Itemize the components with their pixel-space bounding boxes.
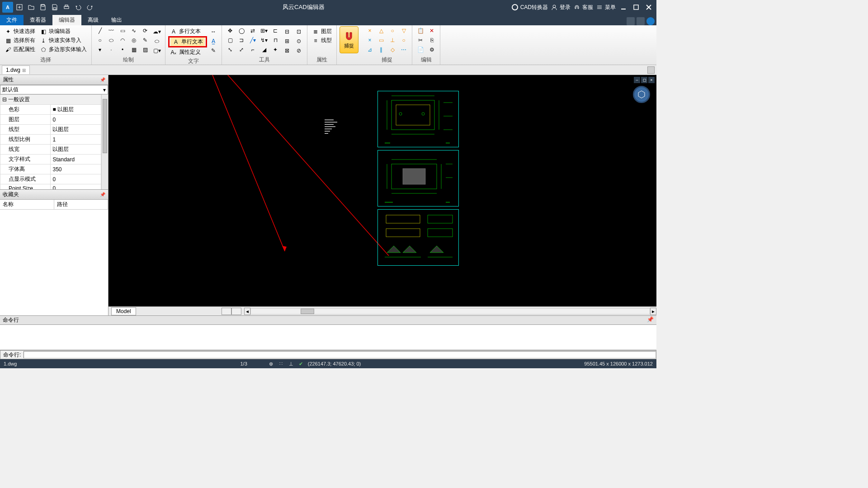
pin-icon[interactable]: 📌 (647, 316, 654, 324)
scale-icon[interactable]: ⤡ (225, 45, 236, 54)
point-icon[interactable]: · (106, 45, 117, 54)
new-icon[interactable] (14, 1, 25, 13)
undo-icon[interactable] (72, 1, 84, 13)
quick-select-button[interactable]: ✦快速选择 (3, 27, 37, 36)
fav-col-name[interactable]: 名称 (0, 200, 54, 209)
ribbon-opt1-icon[interactable] (627, 17, 635, 25)
sb-icon3[interactable]: ⊥ (288, 361, 294, 367)
snap-perp-icon[interactable]: ⊥ (387, 36, 398, 45)
tab-output[interactable]: 输出 (105, 15, 128, 25)
copy2-icon[interactable]: ⎘ (426, 36, 437, 45)
snap-tan-icon[interactable]: ○ (398, 36, 409, 45)
close-button[interactable] (644, 2, 654, 12)
snap-par-icon[interactable]: ∥ (376, 45, 387, 54)
vp-max-icon[interactable]: ◻ (641, 77, 647, 83)
prop-row[interactable]: 图层0 (0, 115, 101, 125)
pencil-icon[interactable]: ✎ (140, 36, 151, 45)
snap-quad-icon[interactable]: × (364, 36, 375, 45)
join-icon[interactable]: ⊓ (270, 36, 281, 45)
array-icon[interactable]: ⊞▾ (259, 26, 269, 35)
scroll-thumb[interactable] (103, 99, 107, 153)
move-icon[interactable]: ✥ (225, 26, 236, 35)
file-tab[interactable]: 1.dwg⊠ (2, 66, 30, 74)
vp-close-icon[interactable]: × (648, 77, 655, 83)
explode-icon[interactable]: ✦ (270, 45, 281, 54)
tab-dropdown-icon[interactable] (647, 66, 655, 74)
h-scrollbar[interactable]: ◂ ▸ (244, 308, 656, 315)
chamfer-icon[interactable]: ◢ (259, 45, 269, 54)
ellipse2-icon[interactable]: ⬭ (151, 37, 162, 46)
group-icon[interactable]: ⊞ (282, 37, 292, 46)
circ-icon[interactable]: ◯ (236, 26, 247, 35)
polygon-entity-input-button[interactable]: ⬠多边形实体输入 (38, 45, 89, 54)
cloud-icon[interactable]: ☁▾ (151, 27, 162, 36)
snap-end-icon[interactable]: × (364, 26, 375, 35)
layout-scroll[interactable] (222, 308, 241, 315)
fillet-icon[interactable]: ⌐ (247, 45, 258, 54)
props-default-combo[interactable]: 默认值▾ (0, 85, 108, 94)
fav-col-path[interactable]: 路径 (54, 200, 108, 209)
props-icon[interactable]: ⚙ (426, 45, 437, 54)
hatch-icon[interactable]: ▨ (140, 45, 151, 54)
open-icon[interactable] (25, 1, 37, 13)
h-scroll-thumb[interactable] (301, 309, 314, 314)
prop-row[interactable]: 线型比例1 (0, 135, 101, 145)
attdef-button[interactable]: Aₓ属性定义 (168, 48, 207, 56)
saveas-icon[interactable] (49, 1, 61, 13)
text-style-icon[interactable]: ↔ (208, 27, 219, 36)
rect-icon[interactable]: ▭ (117, 26, 128, 35)
ellipse-icon[interactable]: ⬭ (106, 36, 117, 45)
snap-toggle-button[interactable]: 捕捉 (340, 26, 359, 53)
dot-icon[interactable]: • (117, 45, 128, 54)
nav-cube-button[interactable] (633, 86, 650, 103)
snap-cen-icon[interactable]: ○ (387, 26, 398, 35)
prop-row[interactable]: 点显示模式0 (0, 174, 101, 184)
arc-icon[interactable]: ◠ (117, 36, 128, 45)
tab-advanced[interactable]: 高级 (81, 15, 105, 25)
copy-icon[interactable]: ▢ (225, 36, 236, 45)
snap-near-icon[interactable]: ⊿ (364, 45, 375, 54)
line-icon[interactable]: ╱ (94, 26, 105, 35)
box-icon[interactable]: ▢▾ (151, 46, 162, 55)
sb-icon4[interactable]: ✔ (298, 361, 304, 367)
dropdown-icon[interactable]: ▾ (94, 45, 105, 54)
ring-icon[interactable]: ◎ (128, 36, 139, 45)
minimize-button[interactable] (618, 2, 628, 12)
section-general[interactable]: 一般设置 (0, 95, 101, 105)
polyline-icon[interactable]: 〰 (106, 26, 117, 35)
print-icon[interactable] (61, 1, 72, 13)
snap-mid-icon[interactable]: △ (376, 26, 387, 35)
stretch-icon[interactable]: ⤢ (236, 45, 247, 54)
menu-button[interactable]: 菜单 (596, 4, 616, 11)
select-all-button[interactable]: ▦选择所有 (3, 36, 37, 45)
layer-button[interactable]: ≣图层 (310, 27, 334, 36)
mtext-button[interactable]: A多行文本 (168, 27, 207, 36)
tab-editor[interactable]: 编辑器 (52, 15, 81, 25)
login-button[interactable]: 登录 (551, 4, 571, 11)
prop-row[interactable]: 字体高350 (0, 164, 101, 174)
save-icon[interactable] (37, 1, 49, 13)
pin-icon[interactable]: 📌 (100, 77, 105, 82)
rotate-icon[interactable]: ⟳ (140, 26, 151, 35)
linetype-button[interactable]: ≡线型 (310, 36, 334, 45)
delete-icon[interactable]: ✕ (426, 26, 437, 35)
tab-viewer[interactable]: 查看器 (24, 15, 52, 25)
pin-icon[interactable]: 📌 (100, 192, 105, 197)
prop-row[interactable]: 线型以图层 (0, 125, 101, 135)
help-icon[interactable] (646, 17, 655, 25)
prop-row[interactable]: 文字样式Standard (0, 155, 101, 164)
block-editor-button[interactable]: ◧块编辑器 (38, 27, 89, 36)
drawing-canvas[interactable]: – ◻ × ▬▬▬▬▬▬▬▬▬▬▬▬▬▬▬▬▬▬▬▬▬▬▬▬▬▬▬▬▬▬▬▬ (108, 75, 656, 306)
circle-icon[interactable]: ○ (94, 36, 105, 45)
break-icon[interactable]: ↯▾ (259, 36, 269, 45)
close-tab-icon[interactable]: ⊠ (22, 68, 26, 73)
maximize-button[interactable] (631, 2, 641, 12)
snap-int-icon[interactable]: ▭ (376, 36, 387, 45)
t3-icon[interactable]: ⊘ (293, 46, 304, 55)
paste-icon[interactable]: 📋 (415, 26, 426, 35)
t2-icon[interactable]: ⊙ (293, 37, 304, 46)
sb-icon1[interactable]: ⊕ (268, 361, 274, 367)
redo-icon[interactable] (84, 1, 96, 13)
prop-row[interactable]: 色彩■ 以图层 (0, 105, 101, 115)
snap-ext-icon[interactable]: ⋯ (398, 45, 409, 54)
